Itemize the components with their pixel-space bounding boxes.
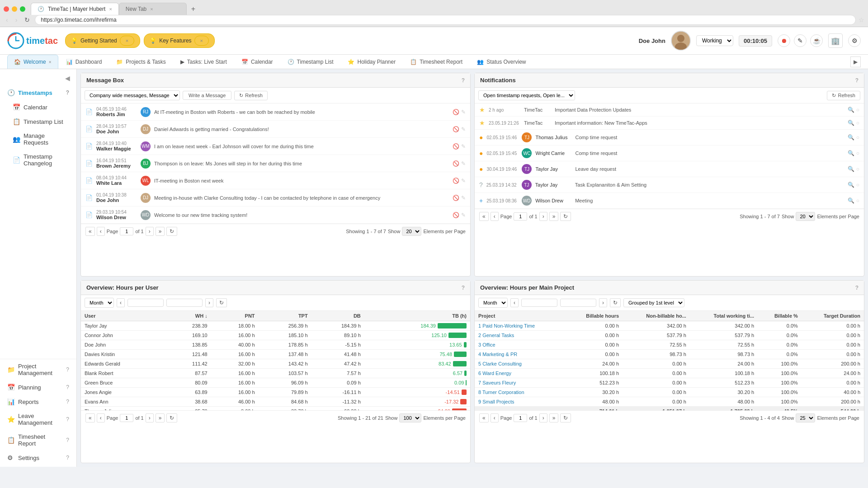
project-page-input[interactable] — [514, 414, 527, 422]
msg-edit-icon-0[interactable]: ✎ — [461, 109, 466, 115]
notifications-refresh-button[interactable]: ↻ Refresh — [827, 91, 860, 100]
url-bar[interactable]: https://go.timetac.com/ihrefirma — [35, 15, 856, 25]
notif-search-icon-6[interactable]: 🔍 — [848, 197, 854, 204]
tab-timestamp-list[interactable]: 🕐 Timestamp List — [281, 55, 340, 69]
nav-back[interactable]: ‹ — [4, 15, 10, 24]
coffee-icon[interactable]: ☕ — [810, 34, 823, 47]
project-name-cell-4[interactable]: 5 Clarke Consulting — [475, 359, 566, 369]
sidebar-item-settings[interactable]: ⚙ Settings ? — [0, 450, 76, 465]
building-icon[interactable]: 🏢 — [828, 33, 843, 48]
write-message-button[interactable]: Write a Message — [183, 91, 231, 100]
project-prev-period[interactable]: ‹ — [510, 298, 519, 307]
notif-search-icon-5[interactable]: 🔍 — [848, 182, 854, 188]
notif-prev-page[interactable]: ‹ — [491, 212, 499, 221]
notif-circle-icon-5[interactable]: ○ — [856, 182, 859, 188]
project-reload-page[interactable]: ↻ — [560, 413, 571, 422]
msg-reload-page[interactable]: ↻ — [166, 227, 177, 236]
notif-next-page[interactable]: › — [539, 212, 547, 221]
hours-last-page[interactable]: » — [156, 413, 165, 422]
msg-show-select[interactable]: 20 — [402, 227, 421, 236]
hours-show-select[interactable]: 100 — [399, 413, 421, 422]
notif-circle-icon-3[interactable]: ○ — [856, 150, 859, 156]
notif-show-select[interactable]: 20 — [796, 212, 815, 221]
msg-last-page[interactable]: » — [156, 227, 165, 236]
project-name-cell-6[interactable]: 7 Saveurs Fleury — [475, 378, 566, 388]
project-refresh[interactable]: ↻ — [610, 298, 621, 307]
project-name-cell-5[interactable]: 6 Ward Energy — [475, 369, 566, 378]
hours-refresh[interactable]: ↻ — [216, 298, 227, 307]
project-show-select[interactable]: 25 — [796, 413, 815, 422]
settings-help[interactable]: ? — [66, 455, 69, 461]
sidebar-item-project-management[interactable]: 📁 Project Management ? — [0, 359, 76, 380]
sidebar-item-leave-management[interactable]: ⭐ Leave Management ? — [0, 409, 76, 430]
notif-last-page[interactable]: » — [549, 212, 559, 221]
browser-tab-active[interactable]: 🕐 TimeTac | Mayer Hubert × — [31, 3, 119, 15]
msg-edit-icon-2[interactable]: ✎ — [461, 143, 466, 150]
tip-key-features[interactable]: 💡 Key Features × — [144, 33, 215, 48]
nav-reload[interactable]: ↻ — [22, 15, 32, 24]
tab-dashboard[interactable]: 📊 Dashboard — [59, 55, 109, 69]
msg-delete-icon-5[interactable]: 🚫 — [453, 195, 459, 201]
hours-next-page[interactable]: › — [146, 413, 154, 422]
msg-edit-icon-6[interactable]: ✎ — [461, 212, 466, 218]
timestamps-help-icon[interactable]: ? — [66, 89, 69, 96]
project-name-cell-7[interactable]: 8 Turner Corporation — [475, 388, 566, 397]
notif-circle-icon-2[interactable]: ○ — [856, 134, 859, 141]
notif-search-icon-0[interactable]: 🔍 — [848, 107, 854, 113]
notif-first-page[interactable]: « — [479, 212, 489, 221]
tab-timesheet-report[interactable]: 📋 Timesheet Report — [403, 55, 469, 69]
hours-per-user-help[interactable]: ? — [462, 285, 465, 291]
project-prev-page[interactable]: ‹ — [491, 413, 499, 422]
message-box-help[interactable]: ? — [462, 77, 465, 84]
notif-circle-icon-4[interactable]: ○ — [856, 166, 859, 172]
notifications-filter-select[interactable]: Open timestamp requests, Open le... — [478, 90, 575, 100]
settings-header-icon[interactable]: ⚙ — [848, 34, 861, 47]
hours-period-select[interactable]: Month — [85, 298, 114, 308]
message-refresh-button[interactable]: ↻ Refresh — [234, 91, 268, 100]
msg-edit-icon-5[interactable]: ✎ — [461, 195, 466, 201]
browser-tab-newtab[interactable]: New Tab × — [119, 3, 187, 15]
msg-page-input[interactable] — [120, 227, 133, 235]
browser-tab-close[interactable]: × — [109, 6, 112, 12]
project-date-to[interactable]: 31.05.2019 — [560, 299, 596, 307]
hours-first-page[interactable]: « — [85, 413, 95, 422]
hours-per-project-help[interactable]: ? — [855, 285, 859, 291]
msg-delete-icon-3[interactable]: 🚫 — [453, 160, 459, 167]
sidebar-item-timestamps[interactable]: 🕐 Timestamps ? — [0, 85, 76, 100]
hours-prev-period[interactable]: ‹ — [117, 298, 125, 307]
browser-tab-newtab-close[interactable]: × — [150, 6, 153, 12]
project-period-select[interactable]: Month — [478, 298, 508, 308]
hours-reload-page[interactable]: ↻ — [166, 413, 177, 422]
sidebar-item-timesheet-report[interactable]: 📋 Timesheet Report ? — [0, 430, 76, 450]
sidebar-item-timestamp-changelog[interactable]: 📄 Timestamp Changelog — [0, 150, 76, 170]
project-grouped-select[interactable]: Grouped by 1st level — [623, 298, 684, 307]
notif-circle-icon-1[interactable]: ○ — [856, 120, 859, 126]
planning-help[interactable]: ? — [66, 384, 69, 390]
side-panel-toggle[interactable]: ▶ — [850, 56, 861, 67]
sidebar-item-planning[interactable]: 📅 Planning ? — [0, 380, 76, 394]
sidebar-collapse-toggle[interactable]: ◀ — [61, 73, 74, 84]
hours-date-to[interactable]: 31.05.2019 — [166, 299, 203, 307]
msg-edit-icon-3[interactable]: ✎ — [461, 160, 466, 167]
project-last-page[interactable]: » — [549, 413, 559, 422]
msg-first-page[interactable]: « — [85, 227, 95, 236]
hours-date-from[interactable]: 01.05.2019 — [127, 299, 164, 307]
col-wh[interactable]: WH ↓ — [166, 311, 211, 321]
msg-next-page[interactable]: › — [146, 227, 154, 236]
project-name-cell-1[interactable]: 2 General Tasks — [475, 331, 566, 340]
traffic-light-green[interactable] — [20, 6, 25, 12]
tip-key-features-close[interactable]: × — [194, 36, 209, 46]
notif-search-icon-2[interactable]: 🔍 — [848, 134, 854, 141]
project-next-page[interactable]: › — [539, 413, 547, 422]
project-mgmt-help[interactable]: ? — [66, 366, 69, 373]
notif-reload-page[interactable]: ↻ — [560, 212, 571, 221]
msg-delete-icon-4[interactable]: 🚫 — [453, 178, 459, 184]
project-name-cell-0[interactable]: 1 Paid Non-Working Time — [475, 321, 566, 331]
sidebar-item-manage-requests[interactable]: 👥 Manage Requests — [0, 129, 76, 150]
hours-page-input[interactable] — [120, 414, 133, 422]
msg-delete-icon-2[interactable]: 🚫 — [453, 143, 459, 150]
tab-status-overview[interactable]: 👥 Status Overview — [470, 55, 533, 69]
traffic-light-red[interactable] — [4, 6, 9, 12]
notif-search-icon-3[interactable]: 🔍 — [848, 150, 854, 156]
message-filter-select[interactable]: Company wide messages, Message — [85, 90, 180, 100]
